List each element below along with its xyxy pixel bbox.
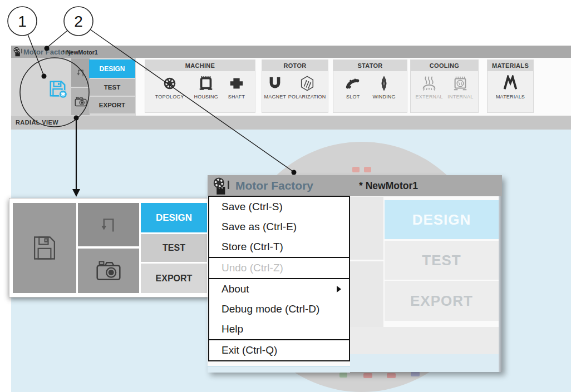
popup-titlebar: Motor Factory * NewMotor1 (208, 175, 502, 196)
menu-item-store[interactable]: Store (Ctrl-T) (209, 237, 349, 257)
ribbon-item-internal-cooling[interactable]: INTERNAL (447, 75, 473, 100)
ribbon-group-stator: STATOR SLOT (333, 59, 407, 113)
magnet-fragment (387, 373, 396, 378)
undo-button[interactable] (71, 58, 90, 87)
winding-icon (376, 75, 392, 92)
ribbon-item-housing[interactable]: HOUSING (194, 75, 218, 100)
screenshot-button[interactable] (71, 88, 90, 115)
tab-design[interactable]: DESIGN (89, 59, 135, 78)
camera-icon (95, 257, 122, 285)
callout-1-circle (8, 7, 37, 36)
inset-tab-test[interactable]: TEST (141, 234, 207, 262)
ribbon-item-materials[interactable]: MATERIALS (496, 75, 525, 100)
popup-faded-toolbar-block (350, 261, 383, 328)
magnet-fragment (352, 167, 360, 172)
tab-test[interactable]: TEST (89, 79, 135, 96)
popup-faded-canvas-strip (350, 354, 499, 372)
inset-zoom-panel: DESIGN TEST EXPORT (9, 198, 211, 297)
menu-item-exit[interactable]: Exit (Ctrl-Q) (209, 340, 349, 360)
menu-item-about[interactable]: About (209, 279, 349, 299)
popup-tab-design[interactable]: DESIGN (385, 200, 499, 239)
popup-window-title: Motor Factory (235, 179, 313, 192)
menu-item-about-label: About (221, 283, 249, 295)
callout-2-number: 2 (74, 13, 83, 30)
radial-view-bar: RADIAL VIEW (11, 116, 571, 130)
popup-document-name: * NewMotor1 (359, 180, 418, 192)
magnet-fragment (339, 373, 347, 378)
menu-item-debug-mode[interactable]: Debug mode (Ctrl-D) (209, 299, 349, 319)
save-floppy-icon (30, 234, 59, 262)
callout-1-number: 1 (18, 13, 27, 30)
group-title: MATERIALS (488, 60, 533, 71)
group-title: COOLING (411, 60, 478, 71)
inset-screenshot-button[interactable] (78, 249, 139, 293)
popup-menu: Save (Ctrl-S) Save as (Ctrl-E) Store (Ct… (208, 196, 350, 361)
inset-tab-design[interactable]: DESIGN (141, 203, 207, 232)
ribbon-item-slot[interactable]: SLOT (344, 75, 361, 100)
housing-icon (198, 75, 214, 92)
group-title: MACHINE (145, 60, 255, 71)
ribbon-item-magnet[interactable]: MAGNET (264, 75, 287, 100)
popup-window: Motor Factory * NewMotor1 DESIGN TEST EX… (208, 175, 502, 372)
screenshot-stage: Motor Factory * NewMotor1 (0, 0, 571, 392)
popup-window-right-edge (499, 196, 502, 372)
magnet-fragment (411, 371, 420, 376)
ribbon-item-external-cooling[interactable]: EXTERNAL (416, 75, 443, 100)
internal-cooling-icon (452, 75, 469, 92)
menu-item-save-as[interactable]: Save as (Ctrl-E) (209, 217, 349, 237)
magnet-fragment (364, 167, 371, 172)
slot-icon (344, 75, 361, 92)
magnet-fragment (363, 373, 372, 378)
external-cooling-icon (421, 75, 437, 92)
motor-factory-logo-icon (212, 177, 230, 195)
inset-tab-export[interactable]: EXPORT (141, 264, 207, 293)
popup-tab-export[interactable]: EXPORT (385, 281, 499, 321)
radial-view-label: RADIAL VIEW (16, 119, 58, 126)
inset-undo-button[interactable] (78, 203, 139, 246)
main-document-name: * NewMotor1 (62, 49, 98, 56)
ribbon: DESIGN TEST EXPORT MACHINE TOPOLOGY (11, 58, 571, 116)
ribbon-item-polarization[interactable]: POLARIZATION (288, 75, 326, 100)
materials-icon (502, 75, 519, 92)
group-title: ROTOR (262, 60, 328, 71)
callout-2-circle (64, 7, 93, 36)
save-icon (47, 78, 68, 99)
callout-2-leader-line-titlebar (47, 31, 67, 47)
ribbon-group-cooling: COOLING EXTERNAL (410, 59, 479, 113)
main-titlebar: Motor Factory * NewMotor1 (11, 46, 571, 58)
menu-item-help[interactable]: Help (209, 319, 349, 339)
motor-factory-logo-icon (13, 47, 23, 57)
topology-icon (161, 75, 178, 92)
magnet-icon (267, 75, 283, 92)
camera-icon (74, 95, 87, 108)
popup-faded-toolbar-block (350, 197, 383, 260)
menu-item-undo[interactable]: Undo (Ctrl-Z) (209, 258, 349, 278)
save-button[interactable] (12, 58, 71, 115)
ribbon-item-winding[interactable]: WINDING (372, 75, 395, 100)
popup-faded-viewbar (350, 327, 499, 354)
ribbon-group-rotor: ROTOR MAGNET POLARIZAT (262, 59, 328, 113)
tab-export[interactable]: EXPORT (89, 97, 135, 113)
ribbon-group-machine: MACHINE TOPOLOGY (145, 59, 255, 113)
undo-arrow-icon (96, 212, 121, 237)
inset-save-button[interactable] (13, 203, 76, 293)
undo-arrow-icon (75, 67, 87, 79)
menu-item-save[interactable]: Save (Ctrl-S) (209, 197, 349, 217)
shaft-icon (228, 75, 245, 92)
polarization-icon (299, 75, 316, 92)
ribbon-group-materials: MATERIALS MATERIALS (487, 59, 534, 113)
ribbon-item-shaft[interactable]: SHAFT (228, 75, 245, 100)
submenu-arrow-icon (337, 286, 341, 292)
popup-faded-canvas-strip (208, 366, 350, 373)
ribbon-item-topology[interactable]: TOPOLOGY (155, 75, 184, 100)
group-title: STATOR (333, 60, 407, 71)
popup-tab-test[interactable]: TEST (385, 241, 499, 280)
